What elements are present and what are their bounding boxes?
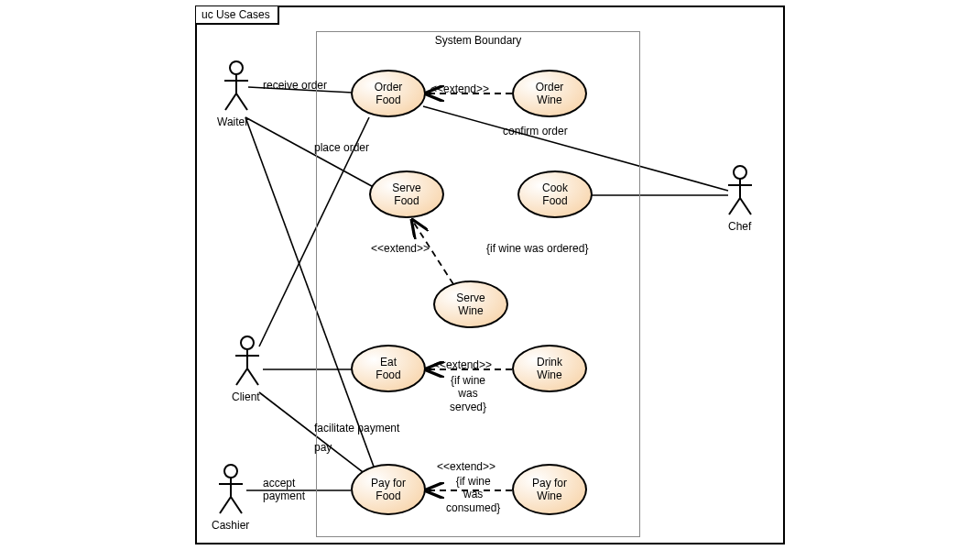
- actor-client-label: Client: [232, 390, 260, 403]
- svg-line-32: [740, 198, 751, 214]
- svg-line-31: [729, 198, 740, 214]
- svg-point-18: [241, 336, 254, 349]
- svg-point-28: [734, 166, 746, 179]
- label-extend-1: <<extend>>: [430, 82, 489, 95]
- svg-line-22: [247, 368, 258, 385]
- label-receive-order: receive order: [263, 79, 327, 92]
- actor-cashier: [217, 464, 245, 515]
- label-extend-2: <<extend>>: [371, 242, 430, 255]
- usecase-serve-wine: Serve Wine: [433, 280, 508, 328]
- svg-line-27: [231, 497, 242, 513]
- usecase-serve-food: Serve Food: [369, 170, 444, 218]
- diagram-frame: uc Use Cases Order Food (dashed arrow to…: [195, 6, 785, 544]
- actor-chef-label: Chef: [728, 220, 751, 233]
- usecase-eat-food: Eat Food: [351, 345, 426, 392]
- actor-chef: [726, 165, 754, 216]
- label-guard-wine-consumed: {if wine was consumed}: [446, 475, 500, 514]
- svg-point-13: [230, 61, 243, 74]
- label-extend-4: <<extend>>: [437, 460, 495, 473]
- svg-line-16: [225, 94, 236, 110]
- actor-waiter: [223, 60, 250, 112]
- usecase-order-food: Order Food: [351, 70, 426, 117]
- label-guard-wine-ordered: {if wine was ordered}: [486, 242, 588, 255]
- usecase-pay-food: Pay for Food: [351, 464, 426, 515]
- actor-client: [234, 336, 261, 387]
- label-accept-payment: accept payment: [263, 477, 305, 503]
- actor-cashier-label: Cashier: [212, 519, 249, 532]
- svg-point-23: [224, 465, 237, 478]
- usecase-cook-food: Cook Food: [517, 170, 593, 218]
- svg-line-26: [220, 497, 231, 513]
- usecase-drink-wine: Drink Wine: [512, 345, 587, 392]
- actor-waiter-label: Waiter: [217, 116, 248, 128]
- frame-title: uc Use Cases: [196, 6, 279, 25]
- svg-line-17: [236, 94, 247, 110]
- svg-line-21: [236, 368, 247, 385]
- label-pay: pay: [314, 441, 332, 454]
- label-guard-wine-served: {if wine was served}: [450, 374, 486, 413]
- usecase-pay-wine: Pay for Wine: [512, 464, 587, 515]
- system-boundary-label: System Boundary: [435, 34, 522, 47]
- label-confirm-order: confirm order: [503, 125, 568, 138]
- label-extend-3: <<extend>>: [433, 358, 492, 371]
- label-facilitate-payment: facilitate payment: [314, 422, 399, 434]
- label-place-order: place order: [314, 141, 369, 154]
- usecase-order-wine: Order Wine: [512, 70, 587, 117]
